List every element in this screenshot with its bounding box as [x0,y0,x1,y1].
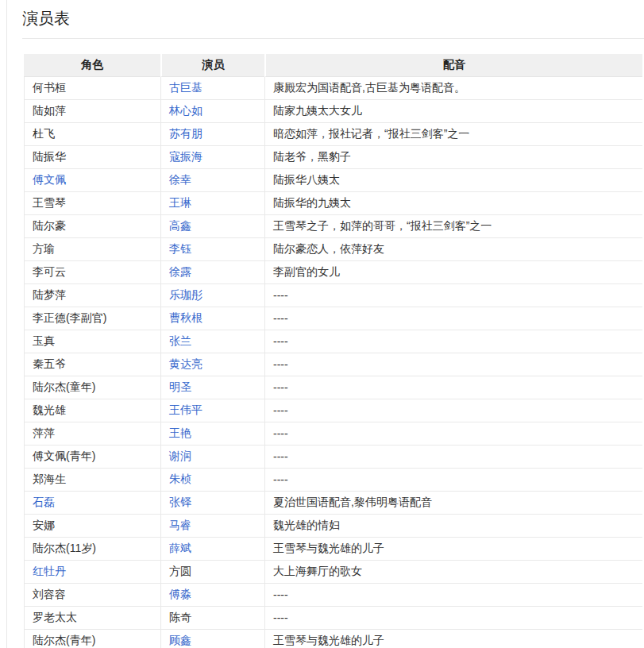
role-cell: 安娜 [24,515,160,538]
table-row: 陆尔杰(青年)顾鑫王雪琴与魏光雄的儿子 [24,630,642,648]
role-link[interactable]: 石磊 [33,496,55,508]
dub-cell: 王雪琴之子，如萍的哥哥，“报社三剑客”之一 [264,215,642,238]
table-row: 郑海生朱桢---- [24,469,642,492]
role-text: 方瑜 [33,242,55,255]
table-row: 罗老太太陈奇---- [24,607,642,630]
table-row: 陆振华寇振海陆老爷，黑豹子 [24,146,642,169]
dub-cell: ---- [264,307,642,330]
actor-cell: 顾鑫 [160,630,264,648]
actor-link[interactable]: 顾鑫 [169,634,191,646]
actor-link[interactable]: 李钰 [169,242,191,255]
role-cell: 李可云 [24,261,160,284]
actor-text: 陈奇 [169,611,191,623]
table-row: 石磊张铎夏治世国语配音,黎伟明粤语配音 [24,492,642,515]
table-row: 傅文佩徐幸陆振华八姨太 [24,169,642,192]
actor-link[interactable]: 谢润 [169,449,191,462]
actor-link[interactable]: 寇振海 [169,150,202,163]
table-row: 李可云徐露李副官的女儿 [24,261,642,284]
actor-cell: 谢润 [160,446,264,469]
table-row: 陆尔杰(童年)明圣---- [24,376,642,399]
dub-cell: ---- [264,399,642,422]
table-row: 魏光雄王伟平---- [24,399,642,422]
dub-text: 大上海舞厅的歌女 [273,565,362,577]
actor-cell: 朱桢 [160,469,264,492]
role-cell: 陆尔豪 [24,215,160,238]
actor-link[interactable]: 曹秋根 [169,311,202,324]
role-text: 陆尔杰(11岁) [33,542,96,554]
role-cell: 郑海生 [24,469,160,492]
dub-cell: 李副官的女儿 [264,261,642,284]
role-text: 陆如萍 [33,104,66,117]
page: 演员表 角色 演员 配音 何书桓古巨基康殿宏为国语配音,古巨基为粤语配音。陆如萍… [0,0,644,648]
dub-text: ---- [273,289,288,302]
dub-text: 王雪琴与魏光雄的儿子 [273,542,384,554]
dub-text: 陆振华的九姨太 [273,196,351,209]
role-text: 罗老太太 [33,611,77,623]
actor-link[interactable]: 张铎 [169,496,191,508]
role-text: 陆振华 [33,150,66,163]
role-cell: 魏光雄 [24,399,160,422]
role-cell: 杜飞 [24,123,160,146]
role-text: 秦五爷 [33,357,66,370]
actor-link[interactable]: 傅淼 [169,588,191,600]
actor-cell: 王伟平 [160,399,264,422]
actor-link[interactable]: 王艳 [169,426,191,439]
role-cell: 陆尔杰(11岁) [24,538,160,561]
role-cell: 刘容容 [24,584,160,607]
dub-cell: 魏光雄的情妇 [264,515,642,538]
actor-cell: 张兰 [160,330,264,353]
actor-link[interactable]: 苏有朋 [169,127,202,140]
actor-link[interactable]: 朱桢 [169,472,191,485]
actor-link[interactable]: 马睿 [169,519,191,531]
actor-link[interactable]: 徐幸 [169,173,191,186]
role-cell: 陆如萍 [24,100,160,123]
dub-text: 王雪琴之子，如萍的哥哥，“报社三剑客”之一 [273,219,492,232]
dub-cell: 陆家九姨太大女儿 [264,100,642,123]
actor-cell: 马睿 [160,515,264,538]
actor-link[interactable]: 古巨基 [169,81,202,94]
dub-cell: 夏治世国语配音,黎伟明粤语配音 [264,492,642,515]
actor-cell: 曹秋根 [160,307,264,330]
role-text: 刘容容 [33,588,66,600]
dub-text: 夏治世国语配音,黎伟明粤语配音 [273,496,432,508]
role-text: 陆尔杰(童年) [33,380,95,393]
actor-cell: 徐露 [160,261,264,284]
dub-cell: 陆振华八姨太 [264,169,642,192]
role-cell: 玉真 [24,330,160,353]
role-link[interactable]: 红牡丹 [33,565,66,577]
dub-cell: 陆尔豪恋人，依萍好友 [264,238,642,261]
actor-link[interactable]: 徐露 [169,265,191,278]
role-text: 魏光雄 [33,403,66,416]
table-row: 秦五爷黄达亮---- [24,353,642,376]
actor-link[interactable]: 高鑫 [169,219,191,232]
role-text: 郑海生 [33,472,66,485]
role-link[interactable]: 傅文佩 [33,173,66,186]
dub-cell: ---- [264,446,642,469]
role-text: 陆尔杰(青年) [33,634,95,646]
table-row: 安娜马睿魏光雄的情妇 [24,515,642,538]
role-cell: 傅文佩(青年) [24,446,160,469]
header-row: 角色 演员 配音 [24,54,642,77]
actor-link[interactable]: 林心如 [169,104,202,117]
actor-cell: 王琳 [160,192,264,215]
dub-text: ---- [273,450,288,463]
role-cell: 秦五爷 [24,353,160,376]
dub-cell: ---- [264,284,642,307]
col-header-role: 角色 [24,54,160,77]
table-row: 王雪琴王琳陆振华的九姨太 [24,192,642,215]
actor-link[interactable]: 王琳 [169,196,191,209]
actor-link[interactable]: 薛斌 [169,542,191,554]
actor-link[interactable]: 乐珈彤 [169,288,202,301]
table-row: 玉真张兰---- [24,330,642,353]
actor-link[interactable]: 黄达亮 [169,357,202,370]
actor-link[interactable]: 明圣 [169,380,191,393]
table-row: 刘容容傅淼---- [24,584,642,607]
role-cell: 陆梦萍 [24,284,160,307]
actor-link[interactable]: 张兰 [169,334,191,347]
dub-text: 陆振华八姨太 [273,173,340,186]
dub-text: 陆老爷，黑豹子 [273,150,351,163]
role-cell: 罗老太太 [24,607,160,630]
role-text: 李可云 [33,265,66,278]
dub-cell: 王雪琴与魏光雄的儿子 [264,630,642,648]
actor-link[interactable]: 王伟平 [169,403,202,416]
